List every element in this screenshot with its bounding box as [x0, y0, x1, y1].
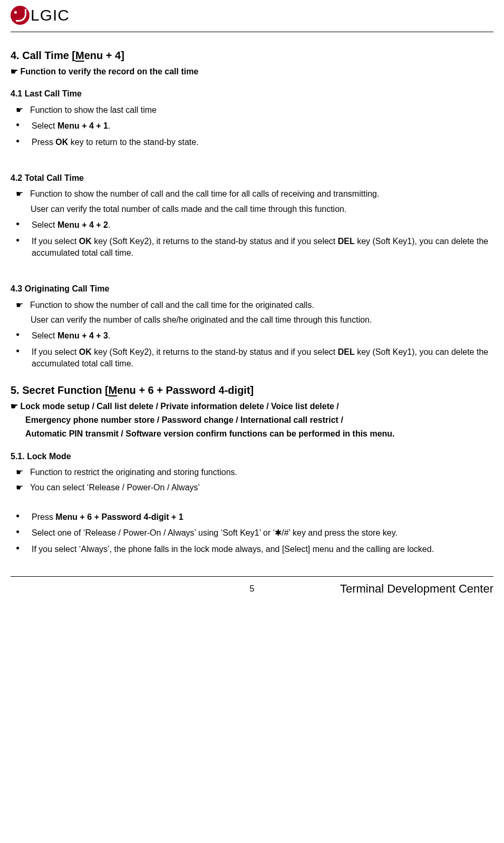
bullet-item: If you select OK key (Soft Key2), it ret… [11, 236, 493, 259]
text: If you select [32, 237, 79, 246]
page-header: LGIC [11, 0, 493, 28]
pointer-continuation: User can verify the total number of call… [31, 204, 493, 215]
title-prefix: 5. Secret Function [ [11, 384, 109, 396]
section-4-title: 4. Call Time [Menu + 4] [11, 48, 493, 63]
title-underline: M [109, 384, 118, 396]
text: key (Soft Key2), it returns to the stand… [92, 347, 338, 356]
title-prefix: 4. Call Time [ [11, 50, 75, 61]
title-suffix: enu + 4] [84, 50, 124, 61]
section-5-title: 5. Secret Function [Menu + 6 + Password … [11, 383, 493, 398]
text: key (Soft Key2), it returns to the stand… [92, 237, 338, 246]
text: Select [32, 331, 57, 340]
text: . [108, 220, 110, 229]
section-5-intro-line3: Automatic PIN transmit / Software versio… [25, 428, 493, 440]
text: Select [32, 220, 57, 229]
bold-text: OK [79, 347, 92, 356]
text: Press [32, 512, 55, 521]
bold-text: Menu + 4 + 3 [57, 331, 108, 340]
section-4-2-pointer: ☛ Function to show the number of call an… [16, 188, 493, 200]
section-4-1-pointer: ☛ Function to show the last call time [16, 104, 493, 116]
bold-text: DEL [338, 347, 355, 356]
bullet-item: Select Menu + 4 + 2. [11, 219, 493, 231]
pointer-text: You can select ‘Release / Power-On / Alw… [30, 482, 493, 493]
pointer-text: Function to restrict the originating and… [30, 467, 493, 478]
bullet-item: Press OK key to return to the stand-by s… [11, 137, 493, 148]
bold-text: DEL [338, 237, 355, 246]
page-number: 5 [171, 583, 332, 595]
bullet-item: Select Menu + 4 + 3. [11, 330, 493, 342]
text: Select [32, 121, 57, 130]
section-4-2-bullets: Select Menu + 4 + 2. If you select OK ke… [11, 219, 493, 259]
header-rule [11, 32, 493, 32]
pointer-icon: ☛ [16, 188, 23, 200]
section-5-intro-line2: Emergency phone number store / Password … [25, 414, 493, 426]
text: Press [32, 138, 55, 147]
bold-text: Menu + 4 + 1 [57, 121, 108, 130]
section-4-1-bullets: Select Menu + 4 + 1. Press OK key to ret… [11, 120, 493, 148]
section-4-3-pointer: ☛ Function to show the number of call an… [16, 299, 493, 311]
pointer-text: Function to show the number of call and … [30, 188, 493, 200]
title-underline: M [75, 50, 84, 61]
pointer-icon: ☛ [16, 299, 23, 311]
section-5-intro-line1: ☛ Lock mode setup / Call list delete / P… [11, 401, 493, 412]
pointer-text: Function to show the number of call and … [30, 299, 493, 311]
pointer-continuation: User can verify the number of calls she/… [31, 314, 493, 326]
footer-right-text: Terminal Development Center [333, 581, 493, 597]
section-5-1-title: 5.1. Lock Mode [11, 451, 493, 462]
lg-logo-icon [11, 6, 30, 25]
section-4-intro: ☛ Function to verify the record on the c… [11, 66, 493, 77]
bullet-item: Press Menu + 6 + Password 4-digit + 1 [11, 511, 493, 523]
bullet-item: If you select ‘Always’, the phone falls … [11, 544, 493, 555]
section-5-1-pointer1: ☛ Function to restrict the originating a… [16, 467, 493, 478]
section-4-3-title: 4.3 Originating Call Time [11, 283, 493, 295]
pointer-icon: ☛ [16, 467, 23, 478]
section-4-2-title: 4.2 Total Call Time [11, 172, 493, 184]
bullet-item: Select Menu + 4 + 1. [11, 120, 493, 132]
text: . [108, 331, 110, 340]
section-5-1-pointer2: ☛ You can select ‘Release / Power-On / A… [16, 482, 493, 493]
bold-text: OK [55, 138, 68, 147]
footer-rule [11, 576, 493, 577]
page-footer: 5 Terminal Development Center [11, 581, 493, 608]
bullet-item: If you select OK key (Soft Key2), it ret… [11, 346, 493, 370]
bold-text: Menu + 6 + Password 4-digit + 1 [55, 512, 183, 521]
section-4-3-bullets: Select Menu + 4 + 3. If you select OK ke… [11, 330, 493, 370]
bold-text: OK [79, 237, 92, 246]
title-suffix: enu + 6 + Password 4-digit] [117, 384, 254, 396]
pointer-text: Function to show the last call time [30, 104, 493, 116]
brand-text: LGIC [31, 4, 70, 26]
pointer-icon: ☛ [16, 104, 23, 116]
pointer-icon: ☛ [16, 482, 23, 493]
text: If you select [32, 347, 79, 356]
bold-text: Menu + 4 + 2 [57, 220, 108, 229]
text: . [108, 121, 110, 130]
bullet-item: Select one of ‘Release / Power-On / Alwa… [11, 527, 493, 539]
text: key to return to the stand-by state. [68, 138, 198, 147]
section-5-1-bullets: Press Menu + 6 + Password 4-digit + 1 Se… [11, 511, 493, 555]
section-4-1-title: 4.1 Last Call Time [11, 88, 493, 100]
